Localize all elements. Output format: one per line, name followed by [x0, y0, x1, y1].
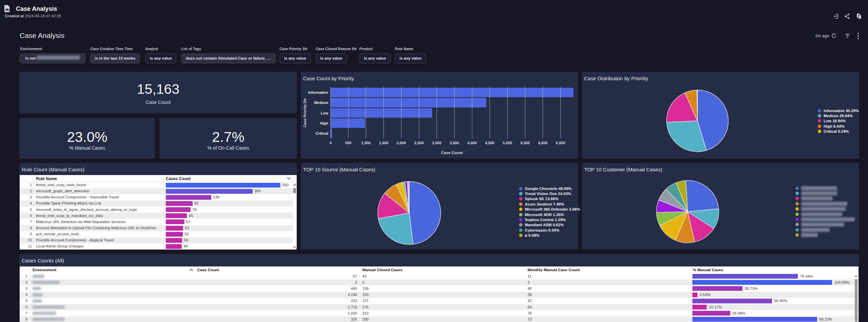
svg-text:2,500: 2,500: [414, 141, 424, 145]
svg-text:1,500: 1,500: [379, 141, 389, 145]
svg-text:Critical: Critical: [316, 131, 328, 135]
svg-text:6,000: 6,000: [538, 141, 548, 145]
svg-text:2,000: 2,000: [397, 141, 406, 145]
svg-text:Informative: Informative: [308, 90, 328, 94]
svg-text:3,500: 3,500: [450, 141, 459, 145]
svg-text:6,500: 6,500: [556, 141, 565, 145]
svg-text:1,000: 1,000: [361, 141, 371, 145]
svg-text:3,000: 3,000: [432, 141, 441, 145]
svg-text:5,000: 5,000: [503, 141, 512, 145]
svg-text:Medium: Medium: [314, 101, 328, 105]
svg-text:4,500: 4,500: [485, 141, 495, 145]
svg-text:Low: Low: [321, 111, 328, 115]
svg-text:High: High: [320, 121, 329, 125]
svg-text:500: 500: [345, 141, 351, 145]
svg-text:4,000: 4,000: [468, 141, 477, 145]
svg-text:5,500: 5,500: [520, 141, 530, 145]
svg-text:Case Count: Case Count: [441, 151, 463, 155]
svg-text:Case Priority Str: Case Priority Str: [303, 98, 307, 127]
svg-text:0: 0: [330, 141, 332, 145]
